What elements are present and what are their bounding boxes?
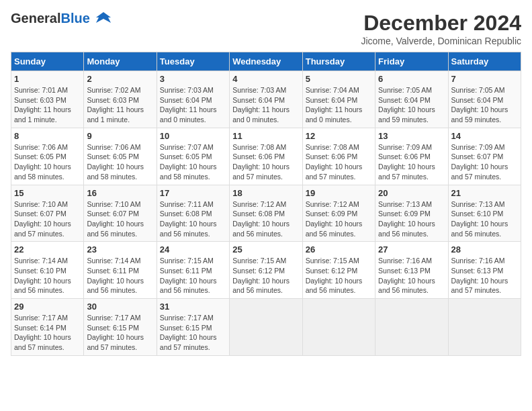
daylight-text: Daylight: 11 hours and 0 minutes. — [160, 105, 226, 124]
day-number: 3 — [160, 74, 226, 84]
calendar-header: SundayMondayTuesdayWednesdayThursdayFrid… — [11, 52, 521, 71]
daylight-text: Daylight: 10 hours and 56 minutes. — [232, 219, 299, 238]
day-number: 11 — [232, 131, 299, 141]
sunset-text: Sunset: 6:09 PM — [306, 209, 372, 219]
day-info: Sunrise: 7:12 AM Sunset: 6:09 PM Dayligh… — [306, 199, 372, 239]
sunset-text: Sunset: 6:15 PM — [87, 323, 153, 333]
day-info: Sunrise: 7:17 AM Sunset: 6:14 PM Dayligh… — [14, 313, 81, 353]
daylight-text: Daylight: 10 hours and 56 minutes. — [306, 219, 372, 238]
day-info: Sunrise: 7:04 AM Sunset: 6:04 PM Dayligh… — [306, 85, 372, 125]
calendar-table: SundayMondayTuesdayWednesdayThursdayFrid… — [11, 52, 521, 356]
calendar-cell: 4 Sunrise: 7:03 AM Sunset: 6:04 PM Dayli… — [230, 71, 302, 128]
day-info: Sunrise: 7:14 AM Sunset: 6:10 PM Dayligh… — [14, 256, 81, 295]
day-number: 8 — [14, 131, 81, 141]
sunset-text: Sunset: 6:07 PM — [451, 152, 518, 162]
sunrise-text: Sunrise: 7:14 AM — [14, 256, 81, 266]
sunset-text: Sunset: 6:04 PM — [451, 95, 518, 105]
calendar-cell: 25 Sunrise: 7:15 AM Sunset: 6:12 PM Dayl… — [230, 242, 302, 299]
day-info: Sunrise: 7:12 AM Sunset: 6:08 PM Dayligh… — [232, 199, 299, 239]
day-info: Sunrise: 7:15 AM Sunset: 6:12 PM Dayligh… — [232, 256, 299, 295]
sunrise-text: Sunrise: 7:09 AM — [378, 142, 445, 152]
sunrise-text: Sunrise: 7:14 AM — [87, 256, 153, 266]
calendar-cell: 20 Sunrise: 7:13 AM Sunset: 6:09 PM Dayl… — [375, 185, 448, 242]
day-info: Sunrise: 7:05 AM Sunset: 6:04 PM Dayligh… — [378, 85, 445, 125]
sunrise-text: Sunrise: 7:15 AM — [306, 256, 372, 266]
calendar-cell: 17 Sunrise: 7:11 AM Sunset: 6:08 PM Dayl… — [157, 185, 229, 242]
day-info: Sunrise: 7:02 AM Sunset: 6:03 PM Dayligh… — [87, 85, 153, 125]
weekday-header-row: SundayMondayTuesdayWednesdayThursdayFrid… — [11, 52, 521, 71]
sunset-text: Sunset: 6:04 PM — [306, 95, 372, 105]
month-title: December 2024 — [361, 11, 521, 36]
weekday-header-saturday: Saturday — [448, 52, 521, 71]
sunset-text: Sunset: 6:10 PM — [14, 266, 81, 276]
calendar-cell: 18 Sunrise: 7:12 AM Sunset: 6:08 PM Dayl… — [230, 185, 302, 242]
calendar-cell: 10 Sunrise: 7:07 AM Sunset: 6:05 PM Dayl… — [157, 128, 229, 185]
day-info: Sunrise: 7:03 AM Sunset: 6:04 PM Dayligh… — [232, 85, 299, 125]
sunset-text: Sunset: 6:06 PM — [306, 152, 372, 162]
sunset-text: Sunset: 6:07 PM — [87, 209, 153, 219]
sunset-text: Sunset: 6:12 PM — [306, 266, 372, 276]
day-number: 10 — [160, 131, 226, 141]
day-info: Sunrise: 7:15 AM Sunset: 6:11 PM Dayligh… — [160, 256, 226, 295]
sunset-text: Sunset: 6:15 PM — [160, 323, 226, 333]
daylight-text: Daylight: 10 hours and 56 minutes. — [306, 276, 372, 295]
day-info: Sunrise: 7:13 AM Sunset: 6:10 PM Dayligh… — [451, 199, 518, 239]
daylight-text: Daylight: 10 hours and 57 minutes. — [306, 162, 372, 181]
sunrise-text: Sunrise: 7:16 AM — [451, 256, 518, 266]
sunset-text: Sunset: 6:14 PM — [14, 323, 81, 333]
calendar-cell — [375, 299, 448, 356]
day-number: 4 — [232, 74, 299, 84]
day-number: 14 — [451, 131, 518, 141]
sunrise-text: Sunrise: 7:04 AM — [306, 85, 372, 95]
sunset-text: Sunset: 6:04 PM — [160, 95, 226, 105]
sunrise-text: Sunrise: 7:06 AM — [14, 142, 81, 152]
sunset-text: Sunset: 6:06 PM — [232, 152, 299, 162]
day-number: 15 — [14, 188, 81, 198]
day-info: Sunrise: 7:05 AM Sunset: 6:04 PM Dayligh… — [451, 85, 518, 125]
day-number: 28 — [451, 244, 518, 255]
calendar-cell — [302, 299, 375, 356]
day-info: Sunrise: 7:16 AM Sunset: 6:13 PM Dayligh… — [451, 256, 518, 295]
calendar-cell: 28 Sunrise: 7:16 AM Sunset: 6:13 PM Dayl… — [448, 242, 521, 299]
sunset-text: Sunset: 6:13 PM — [378, 266, 445, 276]
sunrise-text: Sunrise: 7:08 AM — [306, 142, 372, 152]
daylight-text: Daylight: 10 hours and 57 minutes. — [14, 219, 81, 238]
day-info: Sunrise: 7:10 AM Sunset: 6:07 PM Dayligh… — [87, 199, 153, 239]
calendar-cell: 21 Sunrise: 7:13 AM Sunset: 6:10 PM Dayl… — [448, 185, 521, 242]
title-block: December 2024 Jicome, Valverde, Dominica… — [361, 11, 521, 46]
calendar-cell: 16 Sunrise: 7:10 AM Sunset: 6:07 PM Dayl… — [84, 185, 157, 242]
daylight-text: Daylight: 10 hours and 58 minutes. — [87, 162, 153, 181]
logo-bird-icon — [95, 11, 112, 28]
sunrise-text: Sunrise: 7:12 AM — [306, 199, 372, 210]
calendar-cell: 22 Sunrise: 7:14 AM Sunset: 6:10 PM Dayl… — [11, 242, 84, 299]
sunrise-text: Sunrise: 7:03 AM — [160, 85, 226, 95]
day-number: 13 — [378, 131, 445, 141]
calendar-cell — [230, 299, 302, 356]
day-number: 27 — [378, 244, 445, 255]
weekday-header-wednesday: Wednesday — [230, 52, 302, 71]
sunrise-text: Sunrise: 7:09 AM — [451, 142, 518, 152]
day-number: 21 — [451, 188, 518, 198]
sunset-text: Sunset: 6:05 PM — [160, 152, 226, 162]
sunrise-text: Sunrise: 7:10 AM — [14, 199, 81, 210]
day-number: 12 — [306, 131, 372, 141]
day-info: Sunrise: 7:08 AM Sunset: 6:06 PM Dayligh… — [306, 142, 372, 182]
calendar-cell: 12 Sunrise: 7:08 AM Sunset: 6:06 PM Dayl… — [302, 128, 375, 185]
sunrise-text: Sunrise: 7:01 AM — [14, 85, 81, 95]
sunset-text: Sunset: 6:08 PM — [160, 209, 226, 219]
calendar-cell: 27 Sunrise: 7:16 AM Sunset: 6:13 PM Dayl… — [375, 242, 448, 299]
calendar-week-row: 15 Sunrise: 7:10 AM Sunset: 6:07 PM Dayl… — [11, 185, 521, 242]
day-info: Sunrise: 7:07 AM Sunset: 6:05 PM Dayligh… — [160, 142, 226, 182]
day-info: Sunrise: 7:17 AM Sunset: 6:15 PM Dayligh… — [160, 313, 226, 353]
day-number: 17 — [160, 188, 226, 198]
sunrise-text: Sunrise: 7:05 AM — [378, 85, 445, 95]
sunrise-text: Sunrise: 7:10 AM — [87, 199, 153, 210]
day-number: 30 — [87, 302, 153, 312]
daylight-text: Daylight: 11 hours and 1 minute. — [14, 105, 81, 124]
sunrise-text: Sunrise: 7:13 AM — [451, 199, 518, 210]
day-number: 24 — [160, 244, 226, 255]
daylight-text: Daylight: 10 hours and 57 minutes. — [232, 162, 299, 181]
calendar-week-row: 1 Sunrise: 7:01 AM Sunset: 6:03 PM Dayli… — [11, 71, 521, 128]
day-info: Sunrise: 7:01 AM Sunset: 6:03 PM Dayligh… — [14, 85, 81, 125]
sunset-text: Sunset: 6:11 PM — [87, 266, 153, 276]
